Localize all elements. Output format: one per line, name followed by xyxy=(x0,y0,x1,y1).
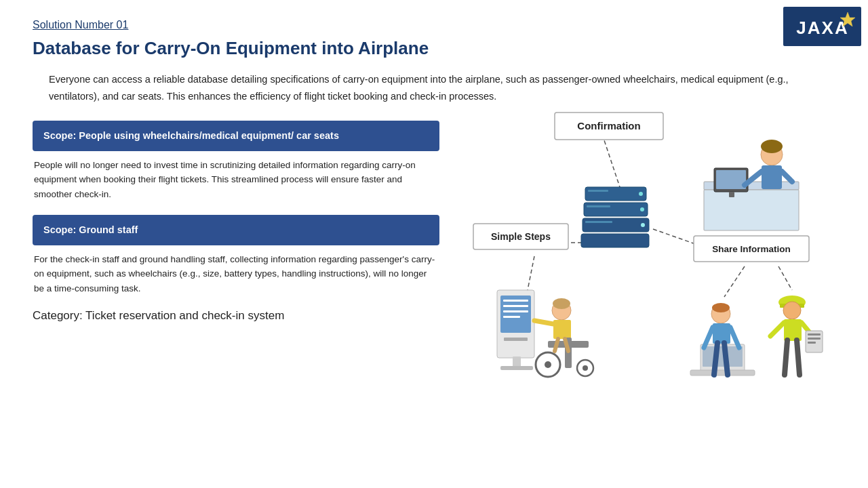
svg-point-51 xyxy=(583,365,588,371)
svg-point-45 xyxy=(552,301,571,320)
svg-line-64 xyxy=(730,327,739,348)
svg-rect-59 xyxy=(713,323,730,344)
description-text: Everyone can access a reliable database … xyxy=(49,71,835,104)
svg-line-77 xyxy=(785,340,787,375)
svg-rect-27 xyxy=(704,190,799,230)
svg-rect-39 xyxy=(503,300,528,302)
svg-rect-30 xyxy=(729,192,734,197)
svg-text:Confirmation: Confirmation xyxy=(577,120,640,131)
svg-point-50 xyxy=(577,360,593,376)
svg-point-48 xyxy=(536,352,560,377)
svg-line-34 xyxy=(745,171,762,185)
svg-rect-29 xyxy=(716,170,746,189)
svg-point-69 xyxy=(783,302,801,319)
scope2-label: Scope: Ground staff xyxy=(33,215,439,245)
svg-rect-52 xyxy=(548,341,589,348)
svg-line-54 xyxy=(555,339,558,351)
svg-rect-42 xyxy=(503,316,520,318)
svg-rect-19 xyxy=(584,203,648,216)
svg-point-32 xyxy=(761,140,783,153)
svg-rect-16 xyxy=(585,187,646,201)
svg-rect-40 xyxy=(503,305,528,307)
svg-line-71 xyxy=(770,323,784,336)
svg-line-65 xyxy=(714,343,717,375)
svg-line-4 xyxy=(602,134,623,195)
svg-rect-62 xyxy=(690,370,755,375)
svg-rect-22 xyxy=(583,218,649,232)
svg-line-8 xyxy=(724,266,745,297)
svg-rect-43 xyxy=(513,357,521,367)
svg-rect-44 xyxy=(500,366,533,370)
svg-point-23 xyxy=(641,223,645,227)
svg-rect-21 xyxy=(587,205,610,207)
svg-rect-53 xyxy=(565,338,572,368)
svg-rect-47 xyxy=(553,320,571,339)
svg-rect-24 xyxy=(585,221,612,223)
svg-line-66 xyxy=(724,343,728,375)
svg-point-58 xyxy=(712,303,730,312)
svg-rect-28 xyxy=(714,168,748,192)
svg-line-9 xyxy=(778,266,792,290)
diagram-container: Confirmation Simple Steps Share Informat… xyxy=(460,107,840,385)
svg-rect-14 xyxy=(694,236,809,262)
svg-rect-76 xyxy=(808,342,816,344)
svg-rect-25 xyxy=(581,234,649,247)
left-panel: Scope: People using wheelchairs/medical … xyxy=(33,121,439,392)
svg-point-17 xyxy=(639,192,643,196)
svg-rect-74 xyxy=(808,333,821,336)
svg-rect-36 xyxy=(497,290,534,358)
category-text: Category: Ticket reservation and check-i… xyxy=(33,309,439,323)
scope1-text: People will no longer need to invest tim… xyxy=(33,158,439,202)
svg-rect-73 xyxy=(806,331,823,352)
svg-point-31 xyxy=(761,144,783,165)
svg-rect-10 xyxy=(555,113,663,140)
solution-number[interactable]: Solution Number 01 xyxy=(33,19,128,31)
svg-rect-60 xyxy=(701,344,745,371)
svg-point-20 xyxy=(640,207,644,211)
content-area: Scope: People using wheelchairs/medical … xyxy=(33,121,835,392)
svg-line-56 xyxy=(534,321,553,324)
svg-line-55 xyxy=(565,339,568,351)
scope2-text: For the check-in staff and ground handli… xyxy=(33,252,439,296)
svg-line-7 xyxy=(528,256,534,290)
svg-text:Simple Steps: Simple Steps xyxy=(491,231,551,242)
svg-rect-70 xyxy=(784,319,802,341)
svg-text:Share Information: Share Information xyxy=(712,244,791,254)
svg-rect-33 xyxy=(762,165,782,189)
scope1-label: Scope: People using wheelchairs/medical … xyxy=(33,121,439,150)
page-container: JAXA Solution Number 01 Database for Car… xyxy=(0,0,868,488)
svg-rect-41 xyxy=(503,310,528,312)
svg-rect-68 xyxy=(780,304,804,308)
svg-line-63 xyxy=(704,327,713,348)
svg-text:JAXA: JAXA xyxy=(796,18,848,38)
svg-rect-37 xyxy=(500,296,531,333)
svg-rect-26 xyxy=(704,182,799,190)
diagram-panel: Confirmation Simple Steps Share Informat… xyxy=(439,121,840,392)
svg-point-67 xyxy=(778,296,806,309)
page-title: Database for Carry-On Equipment into Air… xyxy=(33,38,835,59)
svg-rect-18 xyxy=(588,190,608,192)
svg-line-72 xyxy=(802,323,811,334)
svg-line-35 xyxy=(782,171,792,182)
svg-rect-12 xyxy=(473,224,568,249)
svg-rect-75 xyxy=(808,338,821,340)
svg-point-57 xyxy=(711,304,730,323)
diagram-svg: Confirmation Simple Steps Share Informat… xyxy=(460,107,840,385)
svg-point-49 xyxy=(545,361,551,368)
svg-line-6 xyxy=(653,229,711,249)
svg-point-46 xyxy=(553,298,570,309)
svg-line-78 xyxy=(797,340,800,375)
jaxa-logo: JAXA xyxy=(783,7,861,49)
svg-rect-61 xyxy=(703,346,743,367)
svg-rect-38 xyxy=(504,338,528,341)
